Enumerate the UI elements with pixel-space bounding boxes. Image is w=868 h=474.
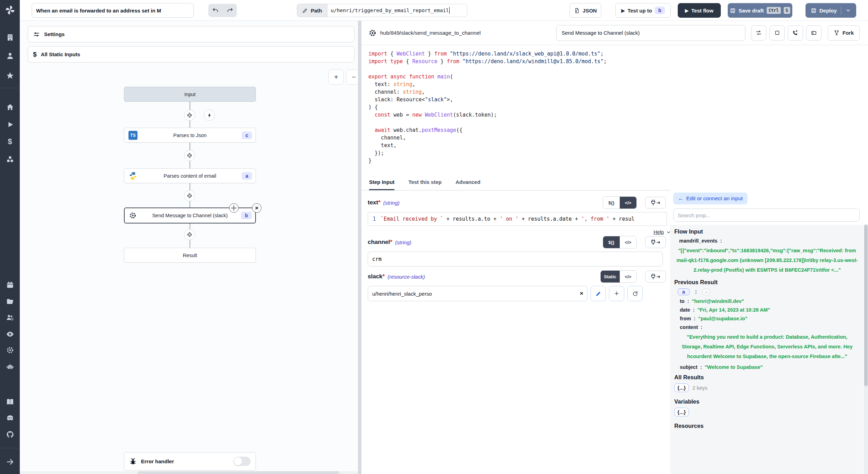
collapse-badge[interactable]: - <box>702 289 710 295</box>
hub-script-path[interactable]: hub/849/slack/send_message_to_channel <box>380 30 481 36</box>
add-step-button[interactable] <box>184 110 195 121</box>
move-node-handle[interactable] <box>229 203 239 213</box>
colon: : <box>695 289 697 295</box>
tab-test-this-step[interactable]: Test this step <box>408 175 442 190</box>
stop-square-button[interactable] <box>769 25 785 41</box>
step-name-input[interactable] <box>556 25 745 41</box>
docs-book-icon[interactable] <box>6 397 15 406</box>
tab-step-input[interactable]: Step Input <box>369 175 394 190</box>
channel-value-input[interactable] <box>368 252 663 266</box>
clear-icon[interactable]: × <box>580 290 583 297</box>
add-step-button[interactable] <box>184 190 195 201</box>
panel-resize-divider[interactable] <box>358 21 361 474</box>
runs-play-icon[interactable] <box>6 120 15 129</box>
resources-boxes-icon[interactable] <box>6 155 15 164</box>
code-mode-button[interactable]: </> <box>620 271 636 282</box>
result-field-row[interactable]: content: <box>674 324 860 330</box>
json-button[interactable]: JSON <box>569 3 601 18</box>
test-flow-button[interactable]: ▶ Test flow <box>678 3 721 18</box>
scrollbar-thumb[interactable] <box>864 225 868 386</box>
user-icon[interactable] <box>6 51 15 60</box>
schedules-calendar-icon[interactable] <box>6 280 15 289</box>
add-step-button[interactable] <box>184 150 195 161</box>
connect-plug-button[interactable] <box>645 236 666 248</box>
undo-icon[interactable] <box>212 7 219 14</box>
path-button[interactable]: Path <box>297 4 327 17</box>
flow-settings-button[interactable]: Settings <box>28 26 354 42</box>
flow-input-key-row[interactable]: mandrill_events : <box>674 238 860 244</box>
chevron-down-icon[interactable] <box>845 8 851 13</box>
refresh-resource-button[interactable] <box>627 286 643 301</box>
node-badge-c: c <box>242 132 252 139</box>
dollar-icon: $ <box>33 51 37 58</box>
add-resource-button[interactable]: + <box>609 286 624 301</box>
vertical-scrollbar[interactable] <box>864 224 868 474</box>
home-icon[interactable] <box>6 103 15 112</box>
save-draft-button[interactable]: Save draft Ctrl S <box>728 3 792 18</box>
zoom-in-button[interactable]: + <box>328 69 344 85</box>
test-up-to-button[interactable]: ▶ Test up to b <box>615 3 671 18</box>
edit-or-connect-button[interactable]: ← Edit or connect an input <box>673 193 748 204</box>
save-icon <box>811 8 817 14</box>
flow-node-input[interactable]: Input <box>124 87 256 102</box>
text-field-header: text* (string) ${} </> <box>368 196 670 209</box>
delete-node-button[interactable]: × <box>252 203 261 213</box>
windmill-logo-icon[interactable] <box>4 4 16 16</box>
worker-robot-icon[interactable] <box>6 362 15 371</box>
flow-node-result[interactable]: Result <box>124 248 256 263</box>
edit-resource-button[interactable] <box>591 286 606 301</box>
connect-plug-button[interactable] <box>645 197 666 209</box>
error-handler-toggle[interactable] <box>233 457 251 466</box>
object-braces-badge[interactable]: {...} <box>674 408 689 416</box>
expand-arrow-right-icon[interactable] <box>6 457 15 466</box>
props-scroll-area[interactable]: Flow Input mandrill_events : "[{"event":… <box>670 225 863 474</box>
variables-dollar-icon[interactable]: $ <box>6 137 15 146</box>
text-expression-editor[interactable]: 1 `Email received by ` + results.a.to + … <box>368 212 667 226</box>
trigger-bolt-button[interactable] <box>204 110 215 121</box>
all-static-inputs-button[interactable]: $ All Static Inputs <box>28 46 354 62</box>
tab-advanced[interactable]: Advanced <box>456 175 481 190</box>
settings-gear-icon[interactable] <box>6 346 15 355</box>
object-braces-badge[interactable]: {...} <box>674 383 689 392</box>
groups-users-icon[interactable] <box>6 313 15 322</box>
phone-call-button[interactable] <box>788 25 803 41</box>
result-field-row[interactable]: from:"paul@supabase.io" <box>674 316 860 321</box>
code-mode-button[interactable]: </> <box>620 236 636 248</box>
flow-node-parses-to-json[interactable]: TS Parses to Json c <box>124 128 256 143</box>
error-handler-node[interactable]: Error handler <box>124 452 256 471</box>
deploy-button[interactable]: Deploy <box>806 3 856 18</box>
connect-plug-button[interactable] <box>645 271 666 282</box>
horizontal-scrollbar[interactable] <box>20 471 358 474</box>
flow-input-value[interactable]: "[{"event":"inbound","ts":1683819426,"ms… <box>674 246 860 275</box>
audit-eye-icon[interactable] <box>6 330 15 339</box>
side-panel-button[interactable] <box>806 25 821 41</box>
favorites-star-icon[interactable] <box>6 71 15 80</box>
result-field-row[interactable]: date:"Fri, Apr 14, 2023 at 10:28 AM" <box>674 307 860 313</box>
path-value-input[interactable]: u/henri/triggered_by_email_report_email <box>327 4 467 17</box>
folders-icon[interactable] <box>6 297 15 306</box>
template-mode-button[interactable]: ${} <box>603 197 620 209</box>
flow-node-parses-content[interactable]: Parses content of email a <box>124 168 256 183</box>
python-icon <box>128 171 137 180</box>
result-key-badge-a[interactable]: a <box>678 288 690 295</box>
github-icon[interactable] <box>6 430 15 439</box>
flow-title-input[interactable] <box>32 3 194 18</box>
slack-resource-input[interactable] <box>368 286 587 301</box>
result-field-row[interactable]: to:"henri@windmill.dev" <box>674 298 860 304</box>
help-link[interactable]: Help <box>653 229 664 235</box>
discord-icon[interactable] <box>6 413 15 422</box>
template-mode-button[interactable]: ${} <box>603 236 620 248</box>
reload-arrows-button[interactable] <box>751 25 766 41</box>
code-line: channel, <box>368 134 868 142</box>
code-mode-button[interactable]: </> <box>620 197 636 209</box>
add-step-button[interactable] <box>184 229 195 240</box>
flow-node-send-message[interactable]: Send Message to Channel (slack) b × <box>124 208 256 223</box>
static-mode-button[interactable]: Static <box>601 271 620 282</box>
redo-icon[interactable] <box>226 7 233 14</box>
code-editor[interactable]: import { WebClient } from "https://deno.… <box>361 45 868 175</box>
result-field-row[interactable]: subject:"Welcome to Supabase" <box>674 364 860 370</box>
scrollbar-thumb[interactable] <box>138 471 339 474</box>
workspace-building-icon[interactable] <box>6 33 15 42</box>
search-prop-input[interactable] <box>673 209 860 222</box>
fork-button[interactable]: Fork <box>828 25 860 41</box>
